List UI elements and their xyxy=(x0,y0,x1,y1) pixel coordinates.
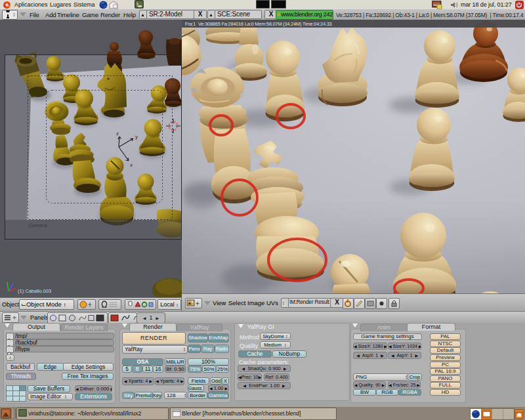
svg-text:y: y xyxy=(135,134,138,140)
svg-text:x: x xyxy=(130,162,133,168)
svg-text:(1) Caballo.003: (1) Caballo.003 xyxy=(18,288,51,294)
svg-text:Fra:1 Ve:308865 Fa:284016 La:: Fra:1 Ve:308865 Fa:284016 La:0 Mem:58.07… xyxy=(185,21,332,27)
svg-text:Camera: Camera xyxy=(28,222,47,228)
svg-text:z: z xyxy=(116,131,119,136)
